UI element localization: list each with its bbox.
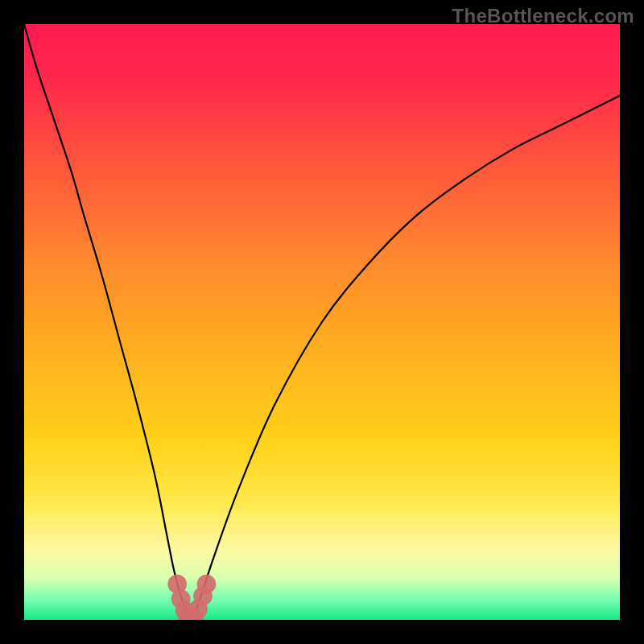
watermark-label: TheBottleneck.com — [452, 5, 634, 27]
optimal-marker — [197, 575, 217, 594]
chart-container: TheBottleneck.com — [0, 0, 644, 644]
plot-svg — [24, 24, 620, 620]
bottleneck-plot — [24, 24, 620, 620]
